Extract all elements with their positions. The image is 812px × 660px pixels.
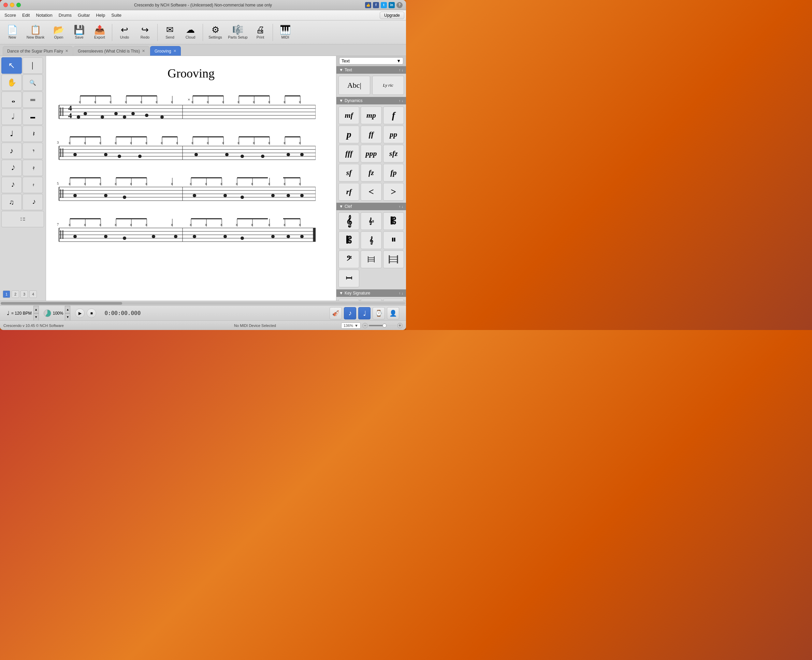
- dynamic-fz[interactable]: fz: [361, 164, 381, 182]
- scrollbar-thumb[interactable]: [1, 302, 122, 305]
- dynamics-down-arrow[interactable]: ↓: [401, 99, 403, 103]
- zoom-plus-button[interactable]: +: [397, 323, 403, 328]
- eighth-rest-tool[interactable]: 𝄾: [22, 143, 43, 159]
- clef-neutral[interactable]: [361, 251, 381, 268]
- parts-setup-button[interactable]: 🎼 Parts Setup: [226, 22, 249, 42]
- sixteenth-note-tool[interactable]: 𝅘𝅥𝅮: [2, 160, 22, 176]
- key-sig-up-arrow[interactable]: ↑: [399, 292, 401, 295]
- zoom-down[interactable]: ▼: [65, 313, 70, 321]
- scrollbar-track[interactable]: [1, 302, 405, 305]
- dynamic-fp[interactable]: fp: [383, 164, 404, 182]
- menu-suite[interactable]: Suite: [108, 12, 124, 19]
- dynamic-fff[interactable]: fff: [338, 145, 359, 162]
- page-4-button[interactable]: 4: [29, 290, 37, 298]
- beam-group-tool[interactable]: ♫: [2, 194, 22, 210]
- midi-button[interactable]: 🎹 MIDI: [276, 22, 295, 42]
- triplet-tool[interactable]: ∷∶: [2, 211, 44, 227]
- clef-two-bar[interactable]: 𝄩: [338, 270, 359, 287]
- menu-edit[interactable]: Edit: [19, 12, 32, 19]
- clef-alto[interactable]: 𝄡: [383, 212, 404, 230]
- menu-notation[interactable]: Notation: [33, 12, 55, 19]
- text-up-arrow[interactable]: ↑: [399, 68, 401, 72]
- quarter-note-tool[interactable]: ♩: [2, 125, 22, 142]
- clef-percussion[interactable]: 𝄥: [383, 232, 404, 249]
- key-sig-down-arrow[interactable]: ↓: [401, 292, 403, 295]
- stop-button[interactable]: ■: [87, 308, 96, 318]
- menu-drums[interactable]: Drums: [56, 12, 75, 19]
- print-button[interactable]: 🖨 Print: [251, 22, 270, 42]
- dynamic-decrescendo[interactable]: >: [383, 183, 404, 201]
- double-bar-tool[interactable]: ═: [22, 92, 43, 108]
- quarter-rest-tool[interactable]: 𝄽: [22, 125, 43, 142]
- clef-up-arrow[interactable]: ↑: [399, 205, 401, 208]
- eighth-note-tool[interactable]: ♪: [2, 143, 22, 159]
- clef-drum[interactable]: [383, 251, 404, 268]
- dynamic-ppp[interactable]: ppp: [361, 145, 381, 162]
- dynamic-f[interactable]: f: [383, 106, 404, 124]
- dynamics-up-arrow[interactable]: ↑: [399, 99, 401, 103]
- help-icon[interactable]: ?: [396, 2, 403, 8]
- upgrade-button[interactable]: Upgrade: [380, 12, 404, 19]
- page-3-button[interactable]: 3: [21, 290, 28, 298]
- dynamic-p[interactable]: p: [338, 125, 359, 143]
- text-abc-item[interactable]: Abc|: [338, 76, 370, 95]
- page-1-button[interactable]: 1: [3, 290, 10, 298]
- zoom-level-display[interactable]: 136% ▼: [341, 322, 361, 328]
- clef-tenor[interactable]: 𝄡: [338, 232, 359, 249]
- tab-greensleeves-close[interactable]: ✕: [142, 49, 145, 53]
- key-d-major[interactable]: # #: [383, 299, 404, 301]
- minimize-button[interactable]: [10, 3, 14, 7]
- clef-treble[interactable]: 𝄞: [338, 212, 359, 230]
- clef-treble-small[interactable]: 𝄞: [361, 232, 381, 249]
- zoom-minus-button[interactable]: −: [362, 323, 368, 328]
- score-scrollbar[interactable]: [0, 301, 406, 305]
- instrument-person[interactable]: 👤: [387, 307, 399, 319]
- half-note-tool[interactable]: 𝅗𝅥: [2, 108, 22, 125]
- panel-type-dropdown[interactable]: Text ▼: [339, 57, 403, 65]
- close-button[interactable]: [3, 3, 8, 7]
- beam-group2-tool[interactable]: 𝅘𝅥𝅮𝅘𝅥𝅮: [22, 194, 43, 210]
- sixteenth-rest-tool[interactable]: 𝄿: [22, 160, 43, 176]
- tab-greensleeves[interactable]: Greensleeves (What Child is This) ✕: [73, 46, 149, 56]
- dynamic-mf[interactable]: mf: [338, 106, 359, 124]
- dynamic-ff[interactable]: ff: [361, 125, 381, 143]
- dynamic-sfz[interactable]: sfz: [383, 145, 404, 162]
- instrument-add-note[interactable]: ♪: [344, 307, 356, 319]
- tab-grooving[interactable]: Grooving ✕: [150, 46, 181, 56]
- text-down-arrow[interactable]: ↓: [401, 68, 403, 72]
- menu-guitar[interactable]: Guitar: [75, 12, 92, 19]
- thirty-second-rest-tool[interactable]: 𝄿: [22, 177, 43, 193]
- zoom-up[interactable]: ▲: [65, 306, 70, 313]
- play-button[interactable]: ▶: [75, 308, 85, 318]
- hand-tool[interactable]: ✋: [2, 75, 22, 91]
- text-lyric-item[interactable]: Ly ric: [372, 76, 404, 95]
- instrument-metronome[interactable]: ⌚: [373, 307, 385, 319]
- tab-sugar-plum[interactable]: Dance of the Sugar Plum Fairy ✕: [3, 46, 73, 56]
- tempo-down[interactable]: ▼: [33, 313, 39, 321]
- send-button[interactable]: ✉ Send: [160, 22, 179, 42]
- thirty-second-note-tool[interactable]: 𝅘𝅥𝅯: [2, 177, 22, 193]
- key-g-major[interactable]: #: [361, 299, 381, 301]
- key-c-major[interactable]: [338, 299, 359, 301]
- menu-help[interactable]: Help: [93, 12, 108, 19]
- cloud-button[interactable]: ☁ Cloud: [181, 22, 200, 42]
- instrument-violin[interactable]: 🎻: [330, 307, 342, 319]
- tab-grooving-close[interactable]: ✕: [173, 49, 176, 53]
- instrument-add-note2[interactable]: ♩: [358, 307, 371, 319]
- whole-note-tool[interactable]: 𝅝: [2, 92, 22, 108]
- clef-bass[interactable]: 𝄢: [338, 251, 359, 268]
- undo-button[interactable]: ↩ Undo: [115, 22, 134, 42]
- settings-button[interactable]: ⚙ Settings: [206, 22, 225, 42]
- linkedin-icon[interactable]: in: [389, 2, 395, 8]
- maximize-button[interactable]: [16, 3, 21, 7]
- clef-down-arrow[interactable]: ↓: [401, 205, 403, 208]
- menu-score[interactable]: Score: [2, 12, 19, 19]
- twitter-icon[interactable]: t: [381, 2, 387, 8]
- page-2-button[interactable]: 2: [12, 290, 19, 298]
- half-rest-tool[interactable]: ▬: [22, 108, 43, 125]
- tempo-up[interactable]: ▲: [33, 306, 39, 313]
- save-button[interactable]: 💾 Save: [70, 22, 89, 42]
- dynamic-pp[interactable]: pp: [383, 125, 404, 143]
- new-button[interactable]: 📄 New: [3, 22, 22, 42]
- facebook-icon[interactable]: f: [373, 2, 379, 8]
